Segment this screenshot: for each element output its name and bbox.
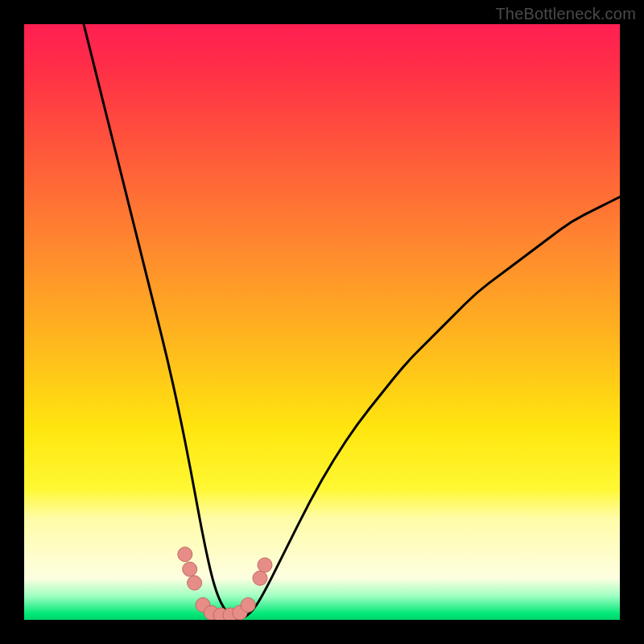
watermark-text: TheBottleneck.com <box>495 5 636 23</box>
chart-frame: TheBottleneck.com <box>0 0 644 644</box>
plot-gradient-area <box>24 24 620 620</box>
